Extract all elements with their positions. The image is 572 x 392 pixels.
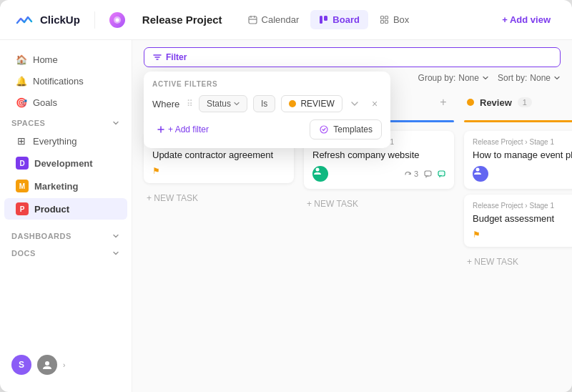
box-icon: [380, 15, 389, 24]
docs-chevron-icon: [112, 249, 120, 258]
user-avatar-s[interactable]: S: [11, 355, 31, 375]
topbar: ClickUp Release Project Calendar Board B…: [0, 0, 572, 40]
sidebar-footer: S ›: [0, 346, 132, 383]
card-event[interactable]: Release Project › Stage 1 How to manage …: [464, 131, 572, 189]
sidebar-label-development: Development: [34, 158, 93, 169]
status-chip[interactable]: Status: [199, 95, 247, 112]
in-review-add-button[interactable]: +: [435, 94, 451, 110]
svg-rect-7: [324, 16, 327, 21]
content-area: Filter ACTIVE FILTERS Where ⠿ Status Is: [132, 40, 572, 392]
new-task-in-progress[interactable]: + NEW TASK: [144, 189, 294, 207]
sidebar-label-product: Product: [34, 204, 69, 215]
filter-actions: + Add filter Templates: [152, 119, 382, 139]
review-chip[interactable]: REVIEW: [281, 95, 342, 112]
expand-filter-icon[interactable]: [350, 99, 360, 109]
svg-point-17: [476, 168, 480, 172]
calendar-icon: [248, 15, 257, 24]
review-count: 1: [518, 97, 532, 107]
svg-rect-6: [320, 16, 322, 24]
sidebar-label-goals: Goals: [33, 97, 57, 108]
svg-point-1: [115, 18, 119, 21]
new-task-in-review[interactable]: + NEW TASK: [304, 195, 454, 213]
card-budget-footer: ⚑: [473, 230, 572, 240]
sidebar-item-goals[interactable]: 🎯 Goals: [4, 92, 127, 112]
sidebar-item-product[interactable]: P Product: [4, 198, 127, 220]
main-layout: 🏠 Home 🔔 Notifications 🎯 Goals Spaces ⊞ …: [0, 40, 572, 392]
svg-point-14: [316, 168, 320, 172]
nav-calendar[interactable]: Calendar: [240, 10, 308, 29]
add-filter-button[interactable]: + Add filter: [152, 122, 213, 137]
dashboards-label: Dashboards: [11, 232, 72, 240]
status-chevron-icon: [234, 101, 240, 107]
add-view-label: + Add view: [502, 14, 551, 25]
card-contractor-footer: ⚑: [152, 166, 285, 176]
board-icon: [319, 15, 328, 24]
sidebar-item-marketing[interactable]: M Marketing: [4, 175, 127, 197]
review-underline: [464, 120, 572, 122]
card-website-footer: 3: [312, 166, 445, 182]
filter-bar: Filter ACTIVE FILTERS Where ⠿ Status Is: [132, 40, 572, 67]
sidebar-label-notifications: Notifications: [33, 76, 84, 87]
sort-by-button[interactable]: Sort by: None: [498, 73, 561, 83]
dashboards-chevron-icon: [112, 232, 120, 240]
column-header-review: Review 1 +: [464, 90, 572, 114]
drag-handle-icon: ⠿: [187, 99, 193, 109]
review-status-dot: [289, 100, 296, 107]
logo: ClickUp: [14, 10, 80, 30]
templates-button[interactable]: Templates: [310, 119, 382, 139]
new-task-review[interactable]: + NEW TASK: [464, 253, 572, 271]
dashboards-section: Dashboards: [0, 226, 132, 243]
is-chip-label: Is: [261, 99, 267, 109]
templates-icon: [319, 124, 329, 134]
sidebar-item-home[interactable]: 🏠 Home: [4, 49, 127, 69]
spaces-section: Spaces: [0, 113, 132, 130]
goals-icon: 🎯: [16, 97, 27, 108]
nav-box[interactable]: Box: [371, 10, 418, 29]
bell-icon: 🔔: [16, 75, 27, 87]
docs-label: Docs: [11, 249, 36, 258]
add-filter-label: + Add filter: [168, 124, 209, 134]
svg-rect-11: [385, 21, 388, 24]
chat-stat: [424, 170, 432, 178]
clickup-logo-icon: [14, 10, 34, 30]
filter-icon: [153, 53, 162, 62]
add-view-button[interactable]: + Add view: [495, 10, 558, 29]
marketing-dot: M: [16, 180, 29, 192]
review-dot: [467, 99, 474, 106]
filter-row: Where ⠿ Status Is REVIEW: [152, 95, 382, 112]
svg-point-12: [45, 361, 49, 366]
svg-rect-15: [425, 171, 431, 176]
card-event-project: Release Project › Stage 1: [473, 138, 572, 146]
home-icon: 🏠: [16, 54, 27, 65]
is-chip[interactable]: Is: [253, 95, 275, 112]
user-avatar-2[interactable]: [37, 355, 57, 375]
sidebar-item-notifications[interactable]: 🔔 Notifications: [4, 71, 127, 91]
sidebar-item-everything[interactable]: ⊞ Everything: [4, 131, 127, 151]
card-budget-title: Budget assessment: [473, 212, 572, 225]
sidebar-item-development[interactable]: D Development: [4, 152, 127, 174]
active-filters-label: ACTIVE FILTERS: [152, 80, 382, 88]
svg-rect-10: [380, 21, 383, 24]
chat-icon: [438, 170, 445, 178]
everything-icon: ⊞: [16, 135, 27, 147]
group-by-button[interactable]: Group by: None: [418, 73, 489, 83]
flag-icon: ⚑: [152, 166, 160, 176]
project-icon: [109, 12, 125, 28]
sidebar-label-everything: Everything: [33, 136, 77, 147]
filter-button[interactable]: Filter: [144, 47, 561, 67]
templates-label: Templates: [333, 124, 373, 134]
status-chip-label: Status: [207, 99, 231, 109]
project-title: Release Project: [142, 14, 222, 26]
nav-calendar-label: Calendar: [262, 14, 300, 25]
development-dot: D: [16, 157, 29, 170]
close-filter-button[interactable]: ×: [368, 97, 382, 111]
nav-board[interactable]: Board: [310, 10, 368, 29]
card-budget[interactable]: Release Project › Stage 1 Budget assessm…: [464, 195, 572, 247]
review-title: Review: [480, 97, 512, 108]
svg-rect-8: [380, 16, 383, 19]
sort-by-label: Sort by:: [498, 73, 527, 83]
card-website-title: Refresh company website: [312, 149, 445, 162]
spaces-label: Spaces: [11, 119, 45, 127]
svg-rect-2: [249, 16, 257, 24]
card-website-stats: 3: [404, 170, 445, 178]
